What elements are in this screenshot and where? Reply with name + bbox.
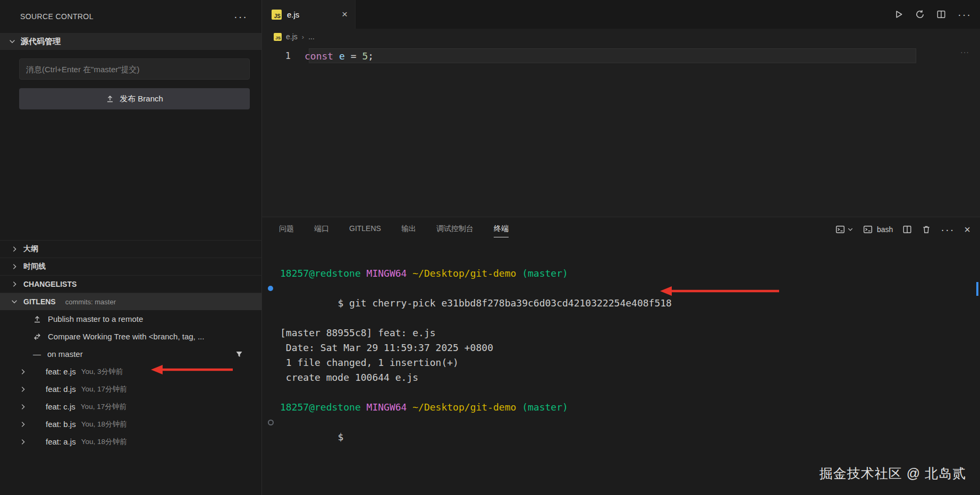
sidebar-section-outline[interactable]: 大纲 — [0, 240, 261, 258]
chevron-right-icon — [19, 403, 27, 411]
commit-message-input[interactable] — [19, 58, 250, 80]
js-file-icon: JS — [274, 33, 282, 41]
prompt-user: 18257@redstone — [280, 402, 361, 413]
terminal-scrollbar-marker — [976, 282, 978, 296]
tab-label: e.js — [287, 10, 299, 19]
editor-group: JS e.js × ··· JS e.js › ... — [262, 0, 980, 495]
panel-header: 问题 端口 GITLENS 输出 调试控制台 终端 bash — [262, 217, 980, 242]
command-text: $ git cherry-pick e31bbd8f278ba39c6d03cd… — [337, 297, 672, 309]
minimap[interactable]: ··· — [960, 48, 969, 56]
gitlens-publish-item[interactable]: Publish master to a remote — [0, 310, 261, 328]
commit-meta: You, 17分钟前 — [81, 385, 127, 394]
chevron-right-icon — [19, 438, 27, 446]
publish-branch-label: 发布 Branch — [120, 94, 163, 104]
panel-tab-output[interactable]: 输出 — [401, 221, 416, 237]
publish-icon — [33, 315, 41, 323]
token-semicolon: ; — [368, 50, 374, 62]
sidebar-section-changelists[interactable]: CHANGELISTS — [0, 275, 261, 293]
command-decoration-pending-icon — [268, 420, 274, 425]
prompt-branch: (master) — [522, 402, 568, 413]
split-editor-icon[interactable] — [936, 10, 946, 19]
breadcrumb-file[interactable]: e.js — [286, 32, 298, 41]
sidebar-title-row: SOURCE CONTROL ··· — [0, 0, 261, 33]
prompt-cursor: $ — [337, 431, 343, 442]
sidebar-section-gitlens[interactable]: GITLENS commits: master — [0, 293, 261, 310]
new-terminal-button[interactable] — [835, 225, 854, 234]
editor-actions: ··· — [894, 0, 980, 29]
terminal-command-line: $ git cherry-pick e31bbd8f278ba39c6d03cd… — [280, 281, 980, 326]
history-icon[interactable] — [915, 10, 925, 19]
commit-row-d[interactable]: feat: d.js You, 17分钟前 — [0, 380, 261, 398]
commit-row-c[interactable]: feat: c.js You, 17分钟前 — [0, 398, 261, 415]
close-tab-icon[interactable]: × — [342, 8, 348, 20]
commit-label: feat: b.js — [46, 420, 76, 429]
more-actions-icon[interactable]: ··· — [958, 12, 971, 17]
breadcrumb[interactable]: JS e.js › ... — [262, 29, 980, 45]
commit-row-b[interactable]: feat: b.js You, 18分钟前 — [0, 415, 261, 433]
panel-tab-gitlens[interactable]: GITLENS — [349, 221, 381, 237]
panel-tab-debug-console[interactable]: 调试控制台 — [436, 221, 474, 237]
commit-meta: You, 17分钟前 — [81, 402, 126, 412]
filter-icon[interactable] — [235, 350, 261, 359]
run-code-icon[interactable] — [894, 10, 903, 19]
sidebar-bottom-sections: 大纲 时间线 CHANGELISTS GITLENS commits: mas — [0, 240, 261, 450]
chevron-right-icon — [11, 263, 18, 270]
panel-tab-ports[interactable]: 端口 — [314, 221, 329, 237]
section-timeline-label: 时间线 — [23, 262, 46, 271]
prompt-branch: (master) — [522, 268, 568, 279]
gitlens-compare-item[interactable]: Compare Working Tree with <branch, tag, … — [0, 328, 261, 345]
panel-tab-problems[interactable]: 问题 — [279, 221, 294, 237]
terminal-output-line: Date: Sat Mar 29 11:59:37 2025 +0800 — [280, 340, 980, 355]
code-editor[interactable]: 1 const e = 5; ··· — [262, 45, 980, 217]
section-gitlens-label: GITLENS — [23, 297, 56, 306]
chevron-right-icon: › — [302, 33, 304, 41]
terminal-output-line: 1 file changed, 1 insertion(+) — [280, 355, 980, 370]
section-gitlens-detail: commits: master — [65, 298, 116, 306]
commit-row-e[interactable]: feat: e.js You, 3分钟前 — [0, 363, 261, 380]
close-panel-icon[interactable]: × — [964, 224, 970, 236]
watermark-text: 掘金技术社区 @ 北岛贰 — [820, 465, 966, 482]
chevron-right-icon — [19, 368, 27, 375]
split-terminal-icon[interactable] — [902, 225, 912, 234]
line-number: 1 — [262, 50, 305, 61]
publish-branch-button[interactable]: 发布 Branch — [19, 88, 250, 109]
chevron-right-icon — [11, 245, 18, 253]
section-outline-label: 大纲 — [23, 244, 38, 254]
sidebar-section-timeline[interactable]: 时间线 — [0, 258, 261, 275]
token-variable: e — [333, 50, 351, 62]
terminal-icon — [863, 225, 873, 234]
panel-actions: bash ··· × — [835, 224, 970, 236]
terminal[interactable]: 18257@redstone MINGW64 ~/Desktop/git-dem… — [262, 242, 980, 495]
commit-label: feat: e.js — [46, 367, 76, 376]
panel-more-actions-icon[interactable]: ··· — [941, 227, 954, 232]
panel-tab-terminal[interactable]: 终端 — [494, 221, 509, 237]
sidebar-title: SOURCE CONTROL — [20, 12, 94, 21]
terminal-blank-line — [280, 385, 980, 400]
terminal-output-line: [master 88955c8] feat: e.js — [280, 326, 980, 340]
prompt-path: ~/Desktop/git-demo — [412, 268, 516, 279]
terminal-tab-bash[interactable]: bash — [863, 225, 893, 234]
source-control-sidebar: SOURCE CONTROL ··· 源代码管理 发布 Branch — [0, 0, 262, 495]
commit-label: feat: d.js — [46, 385, 76, 394]
editor-tab-ejs[interactable]: JS e.js × — [262, 0, 356, 29]
vscode-window: SOURCE CONTROL ··· 源代码管理 发布 Branch — [0, 0, 980, 495]
terminal-prompt-line: 18257@redstone MINGW64 ~/Desktop/git-dem… — [280, 400, 980, 415]
section-changelists-label: CHANGELISTS — [23, 280, 77, 288]
sidebar-more-actions-icon[interactable]: ··· — [234, 14, 248, 19]
bottom-panel: 问题 端口 GITLENS 输出 调试控制台 终端 bash — [262, 217, 980, 495]
terminal-cursor-line: $ — [280, 415, 980, 459]
kill-terminal-trash-icon[interactable] — [922, 225, 931, 234]
commit-row-a[interactable]: feat: a.js You, 18分钟前 — [0, 433, 261, 450]
chevron-right-icon — [19, 386, 27, 393]
shell-name: bash — [877, 225, 893, 234]
gitlens-branch-item[interactable]: — on master — [0, 345, 261, 363]
breadcrumb-symbol[interactable]: ... — [308, 32, 315, 41]
compare-icon — [33, 332, 41, 341]
chevron-right-icon — [11, 280, 18, 288]
scm-section-header[interactable]: 源代码管理 — [0, 33, 261, 50]
command-decoration-icon[interactable] — [268, 286, 273, 291]
gitlens-publish-label: Publish master to a remote — [48, 314, 143, 323]
commit-meta: You, 18分钟前 — [81, 420, 127, 429]
chevron-right-icon — [19, 421, 27, 428]
dash-icon: — — [33, 349, 41, 359]
